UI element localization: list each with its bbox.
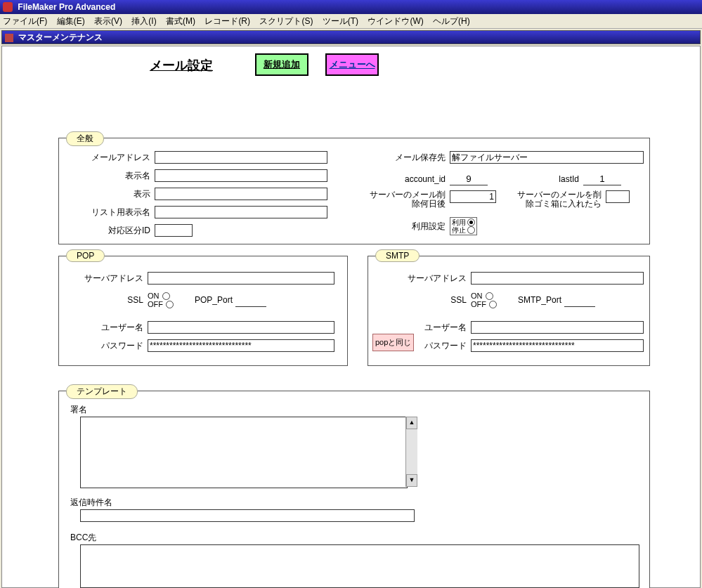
input-reply-subject[interactable] [80,509,415,522]
group-pop: POP サーバアドレス SSL ON OFF POP_Port ユーザー名 パス… [58,256,348,366]
menu-insert[interactable]: 挿入(I) [131,16,156,26]
page-title: メール設定 [150,57,213,74]
radio-usage-off-dot[interactable] [467,226,475,234]
label-smtp-user: ユーザー名 [403,322,467,334]
group-smtp: SMTP サーバアドレス SSL ON OFF SMTP_Port ユーザー名 … [368,256,650,366]
legend-template: テンプレート [66,384,138,399]
menubar: ファイル(F) 編集(E) 表示(V) 挿入(I) 書式(M) レコード(R) … [0,14,702,29]
label-display: 表示 [80,188,150,200]
label-pop-port: POP_Port [195,295,233,305]
input-list-display-name[interactable] [155,206,327,218]
input-pop-user[interactable] [148,321,334,334]
label-pop-pass: パスワード [73,340,143,352]
label-bcc: BCC先 [70,532,96,544]
input-smtp-server[interactable] [471,272,644,285]
input-display[interactable] [155,188,327,200]
smtp-ssl-off-label: OFF [471,300,486,308]
label-reply-subject: 返信時件名 [70,497,112,509]
input-server-delete-trash[interactable] [606,190,630,203]
label-mail-address: メールアドレス [80,152,150,164]
input-smtp-user[interactable] [471,321,644,334]
app-titlebar: FileMaker Pro Advanced [0,0,702,14]
menu-edit[interactable]: 編集(E) [57,16,85,26]
window-title: マスターメンテナンス [18,32,103,42]
pop-ssl-off-label: OFF [148,300,163,308]
label-smtp-pass: パスワード [403,340,467,352]
menu-tool[interactable]: ツール(T) [323,16,358,26]
page-body: メール設定 新規追加 メニューへ 全般 メールアドレス 表示名 表示 リスト用表… [1,46,701,588]
smtp-ssl-off-dot[interactable] [489,301,497,308]
radio-usage-off-label: 停止 [452,226,466,234]
pop-ssl-on-dot[interactable] [162,292,170,300]
input-pop-pass[interactable] [148,339,334,352]
label-smtp-server: サーバアドレス [403,273,467,285]
label-pop-server: サーバアドレス [73,273,143,285]
input-taiou-id[interactable] [155,224,193,237]
label-server-delete-trash: サーバーのメールを削除ゴミ箱に入れたら [517,190,602,209]
menu-file[interactable]: ファイル(F) [3,16,47,26]
menu-window[interactable]: ウインドウ(W) [368,16,423,26]
label-usage: 利用設定 [368,221,446,233]
input-display-name[interactable] [155,169,327,182]
radio-pop-ssl[interactable]: ON OFF [148,292,174,308]
radio-usage-on-dot[interactable] [467,218,475,226]
menu-record[interactable]: レコード(R) [204,16,250,26]
label-display-name: 表示名 [80,170,150,182]
scroll-up-icon[interactable]: ▲ [406,417,417,429]
pop-ssl-off-dot[interactable] [166,301,174,308]
label-lastid: lastId [523,174,579,184]
input-server-delete-days[interactable] [450,190,496,203]
textarea-bcc[interactable] [80,544,639,588]
window-icon [5,34,13,42]
smtp-ssl-on-dot[interactable] [486,292,493,300]
menu-script[interactable]: スクリプト(S) [259,16,313,26]
radio-usage[interactable]: 利用 停止 [450,217,477,235]
menu-format[interactable]: 書式(M) [166,16,195,26]
new-button[interactable]: 新規追加 [255,53,308,76]
menu-help[interactable]: ヘルプ(H) [433,16,470,26]
label-account-id: account_id [368,174,446,184]
menu-button[interactable]: メニューへ [325,53,379,76]
menu-view[interactable]: 表示(V) [94,16,122,26]
app-title: FileMaker Pro Advanced [18,2,115,12]
signature-scrollbar[interactable]: ▲ ▼ [405,417,417,487]
window-titlebar: マスターメンテナンス [1,30,701,44]
label-server-delete-days: サーバーのメール削除何日後 [368,190,446,209]
input-smtp-port[interactable] [564,294,595,307]
label-pop-user: ユーザー名 [73,322,143,334]
legend-pop: POP [66,249,105,262]
radio-smtp-ssl[interactable]: ON OFF [471,292,497,308]
label-pop-ssl: SSL [73,295,143,305]
group-template: テンプレート 署名 ▲ ▼ 返信時件名 BCC先 [58,391,650,588]
input-mail-address[interactable] [155,151,327,164]
pop-ssl-on-label: ON [148,292,160,300]
legend-smtp: SMTP [375,249,420,262]
radio-usage-on-label: 利用 [452,218,466,226]
group-general: 全般 メールアドレス 表示名 表示 リスト用表示名 対応区分ID メール保存先 … [58,138,650,244]
input-pop-port[interactable] [235,294,266,307]
input-mail-save[interactable] [450,151,644,164]
smtp-ssl-on-label: ON [471,292,483,300]
scroll-down-icon[interactable]: ▼ [406,474,417,487]
label-smtp-port: SMTP_Port [518,295,561,305]
label-signature: 署名 [70,404,87,416]
input-lastid[interactable] [583,172,621,185]
app-icon [3,2,13,12]
input-pop-server[interactable] [148,272,334,285]
label-mail-save: メール保存先 [368,152,446,164]
textarea-signature[interactable] [80,417,408,488]
label-list-display-name: リスト用表示名 [80,207,150,218]
label-taiou-id: 対応区分ID [80,225,150,237]
legend-general: 全般 [66,131,104,146]
input-smtp-pass[interactable] [471,339,644,352]
label-smtp-ssl: SSL [403,295,467,305]
input-account-id[interactable] [450,172,488,185]
